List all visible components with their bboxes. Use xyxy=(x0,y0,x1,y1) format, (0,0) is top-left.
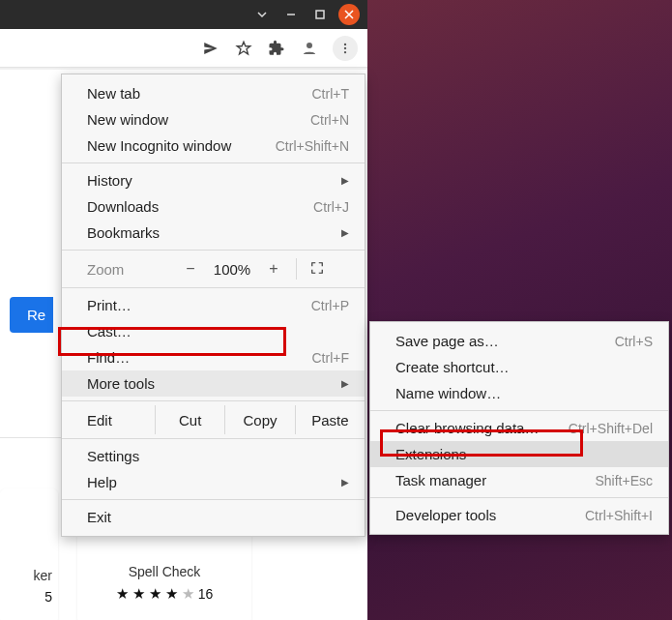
svg-point-4 xyxy=(344,46,346,48)
menu-cast[interactable]: Cast… xyxy=(62,318,365,344)
fullscreen-button[interactable] xyxy=(303,261,332,278)
submenu-extensions[interactable]: Extensions xyxy=(370,441,668,467)
submenu-create-shortcut[interactable]: Create shortcut… xyxy=(370,354,668,380)
menu-label: New window xyxy=(87,111,168,128)
menu-label: New Incognito window xyxy=(87,137,231,154)
submenu-task-manager[interactable]: Task manager Shift+Esc xyxy=(370,467,668,493)
rating-count: 16 xyxy=(198,586,214,602)
fullscreen-icon xyxy=(310,261,324,275)
star-icon: ★ xyxy=(182,585,194,603)
menu-label: Settings xyxy=(87,448,139,464)
menu-separator xyxy=(62,250,365,251)
menu-zoom-row: Zoom − 100% + xyxy=(62,254,365,283)
menu-icon[interactable] xyxy=(333,36,358,61)
separator xyxy=(296,258,297,280)
primary-button[interactable]: Re xyxy=(10,297,53,333)
menu-label: More tools xyxy=(87,375,155,392)
menu-label: Create shortcut… xyxy=(395,359,510,375)
chevron-right-icon: ▶ xyxy=(341,378,349,389)
menu-print[interactable]: Print… Ctrl+P xyxy=(62,292,365,318)
menu-new-window[interactable]: New window Ctrl+N xyxy=(62,106,365,133)
menu-shortcut: Ctrl+T xyxy=(312,86,350,102)
menu-shortcut: Ctrl+P xyxy=(311,298,349,313)
browser-toolbar xyxy=(0,29,367,68)
card-rating: ★ ★ ★ ★ ★ 16 xyxy=(116,585,214,603)
star-icon: ★ xyxy=(149,585,161,603)
menu-label: Edit xyxy=(87,412,155,428)
svg-point-5 xyxy=(344,50,346,52)
card-title: Spell Check xyxy=(129,564,201,579)
menu-shortcut: Shift+Esc xyxy=(595,473,653,488)
submenu-save-page[interactable]: Save page as… Ctrl+S xyxy=(370,328,668,354)
menu-shortcut: Ctrl+Shift+Del xyxy=(569,421,653,436)
submenu-name-window[interactable]: Name window… xyxy=(370,380,668,406)
menu-exit[interactable]: Exit xyxy=(62,504,365,530)
extension-card-partial[interactable]: ker 5 xyxy=(0,488,58,620)
menu-new-tab[interactable]: New tab Ctrl+T xyxy=(62,80,365,106)
svg-point-3 xyxy=(344,43,346,44)
menu-bookmarks[interactable]: Bookmarks ▶ xyxy=(62,220,365,246)
menu-separator xyxy=(62,400,365,401)
edit-cut-button[interactable]: Cut xyxy=(155,405,224,434)
menu-separator xyxy=(62,438,365,439)
zoom-value: 100% xyxy=(207,261,257,278)
menu-separator xyxy=(370,497,668,498)
edit-paste-button[interactable]: Paste xyxy=(295,405,365,434)
menu-edit-row: Edit Cut Copy Paste xyxy=(62,405,365,434)
chevron-right-icon: ▶ xyxy=(341,175,349,186)
menu-settings[interactable]: Settings xyxy=(62,443,365,469)
menu-shortcut: Ctrl+F xyxy=(312,350,350,366)
window-minimize-button[interactable] xyxy=(280,4,302,25)
svg-point-2 xyxy=(307,43,312,48)
star-icon[interactable] xyxy=(234,39,253,58)
menu-label: Clear browsing data… xyxy=(395,420,539,436)
menu-label: Developer tools xyxy=(395,507,496,523)
menu-label: Find… xyxy=(87,349,130,366)
browser-menu: New tab Ctrl+T New window Ctrl+N New Inc… xyxy=(61,74,365,537)
window-maximize-button[interactable] xyxy=(309,4,331,25)
menu-label: Cast… xyxy=(87,323,131,340)
extensions-icon[interactable] xyxy=(267,39,286,58)
menu-shortcut: Ctrl+Shift+I xyxy=(585,508,653,523)
close-icon xyxy=(344,10,354,19)
menu-more-tools[interactable]: More tools ▶ xyxy=(62,370,365,397)
chevron-down-icon xyxy=(256,9,268,20)
card-title: ker xyxy=(34,568,52,583)
menu-shortcut: Ctrl+N xyxy=(310,112,349,128)
send-icon[interactable] xyxy=(201,39,220,58)
window-close-button[interactable] xyxy=(338,4,360,25)
zoom-out-button[interactable]: − xyxy=(174,260,207,278)
menu-help[interactable]: Help ▶ xyxy=(62,469,365,495)
star-icon: ★ xyxy=(116,585,129,603)
menu-incognito[interactable]: New Incognito window Ctrl+Shift+N xyxy=(62,133,365,159)
menu-separator xyxy=(62,162,365,163)
more-tools-submenu: Save page as… Ctrl+S Create shortcut… Na… xyxy=(369,321,669,535)
edit-copy-button[interactable]: Copy xyxy=(224,405,294,434)
menu-label: Help xyxy=(87,474,117,490)
menu-label: New tab xyxy=(87,85,140,102)
menu-label: Extensions xyxy=(395,446,466,462)
menu-label: Downloads xyxy=(87,198,159,215)
profile-icon[interactable] xyxy=(300,39,319,58)
menu-label: Zoom xyxy=(87,261,174,278)
window-dropdown-button[interactable] xyxy=(251,4,273,25)
zoom-in-button[interactable]: + xyxy=(257,260,290,278)
menu-shortcut: Ctrl+J xyxy=(313,199,349,215)
menu-shortcut: Ctrl+Shift+N xyxy=(276,138,349,154)
menu-label: Save page as… xyxy=(395,333,499,349)
menu-history[interactable]: History ▶ xyxy=(62,167,365,193)
menu-separator xyxy=(62,499,365,500)
menu-label: Task manager xyxy=(395,472,486,488)
star-icon: ★ xyxy=(165,585,178,603)
submenu-clear-data[interactable]: Clear browsing data… Ctrl+Shift+Del xyxy=(370,415,668,441)
minimize-icon xyxy=(286,10,296,19)
card-rating: 5 xyxy=(44,589,52,605)
menu-shortcut: Ctrl+S xyxy=(615,334,653,349)
menu-find[interactable]: Find… Ctrl+F xyxy=(62,344,365,370)
menu-label: Name window… xyxy=(395,385,501,401)
submenu-dev-tools[interactable]: Developer tools Ctrl+Shift+I xyxy=(370,502,668,528)
svg-rect-1 xyxy=(316,11,324,18)
menu-separator xyxy=(370,410,668,411)
divider xyxy=(0,437,63,438)
menu-downloads[interactable]: Downloads Ctrl+J xyxy=(62,193,365,220)
